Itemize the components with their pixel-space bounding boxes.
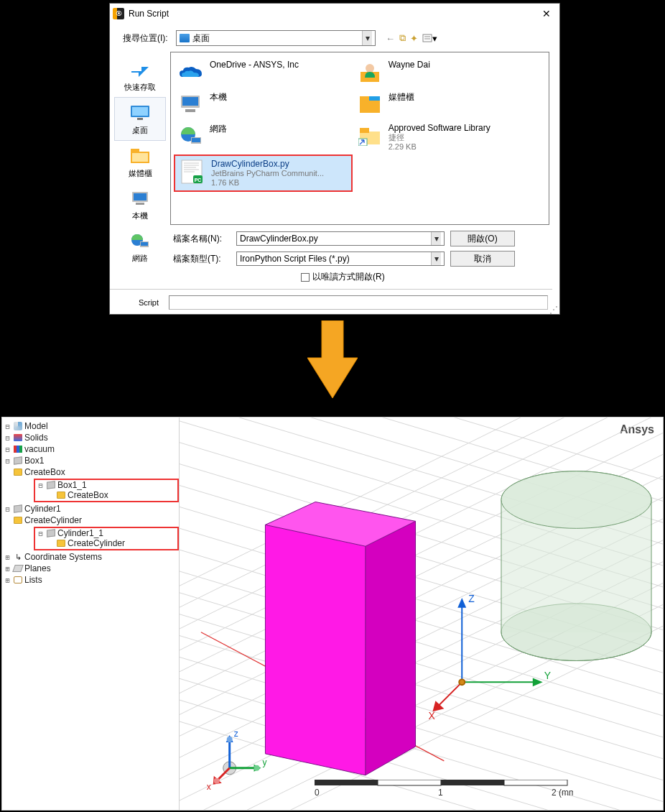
svg-rect-107 [504, 780, 567, 785]
item-onedrive[interactable]: OneDrive - ANSYS, Inc [174, 57, 353, 88]
desktop-icon [129, 104, 151, 121]
tree-planes[interactable]: Planes [24, 563, 51, 573]
tree-createbox[interactable]: CreateBox [24, 467, 65, 477]
titlebar[interactable]: ⦿ Run Script ✕ [110, 4, 559, 23]
triad-corner: z y x [207, 729, 267, 792]
tree-createcyl2[interactable]: CreateCylinder [68, 538, 125, 548]
lookin-label: 搜尋位置(I): [123, 32, 172, 45]
file-list[interactable]: OneDrive - ANSYS, Inc Wayne Dai 本機 媒體櫃 [170, 52, 549, 225]
new-folder-icon[interactable]: ✦ [410, 33, 418, 44]
svg-text:2 (mm): 2 (mm) [552, 788, 573, 798]
svg-point-90 [459, 679, 465, 685]
item-label: 網路 [210, 123, 227, 135]
svg-rect-0 [423, 34, 432, 42]
resize-grip[interactable]: ⋰ [549, 307, 558, 313]
place-label: 桌面 [115, 125, 165, 136]
svg-rect-28 [360, 128, 369, 133]
item-label: 本機 [210, 91, 227, 103]
tree-lists[interactable]: Lists [24, 575, 42, 585]
svg-rect-23 [369, 96, 380, 101]
svg-rect-19 [182, 97, 198, 106]
item-approved[interactable]: Approved Software Library 捷徑 2.29 KB [353, 120, 531, 154]
lookin-row: 搜尋位置(I): 桌面 ▾ ← ⧉ ✦ ▾ [110, 27, 552, 52]
svg-point-103 [214, 778, 220, 784]
thispc-icon [179, 94, 203, 114]
thispc-icon [130, 190, 150, 206]
tree-createcyl[interactable]: CreateCylinder [24, 515, 82, 525]
run-script-dialog: ⦿ Run Script ✕ 搜尋位置(I): 桌面 ▾ ← ⧉ ✦ ▾ [109, 3, 560, 315]
tree-vacuum[interactable]: vacuum [24, 444, 55, 454]
svg-rect-9 [132, 153, 148, 162]
user-folder-icon [359, 62, 381, 83]
filetype-combo[interactable]: IronPython Script Files (*.py) ▾ [236, 252, 445, 266]
svg-rect-12 [136, 203, 144, 205]
scale-bar: 0 1 2 (mm) [315, 780, 573, 801]
svg-rect-11 [134, 193, 147, 200]
item-network[interactable]: 網路 [174, 120, 353, 154]
item-size: 2.29 KB [389, 142, 490, 152]
tree-model[interactable]: Model [24, 421, 48, 431]
readonly-checkbox[interactable] [301, 273, 310, 282]
svg-text:1: 1 [438, 788, 443, 798]
svg-rect-106 [441, 780, 504, 785]
tree-createbox2[interactable]: CreateBox [68, 490, 108, 500]
network-icon [180, 126, 203, 146]
svg-marker-74 [366, 521, 416, 775]
svg-marker-73 [265, 525, 365, 775]
svg-point-99 [254, 765, 260, 771]
cancel-button[interactable]: 取消 [450, 251, 515, 267]
item-label: Approved Software Library [389, 123, 490, 133]
svg-point-95 [227, 737, 233, 742]
svg-point-17 [366, 64, 374, 73]
cloud-icon [178, 64, 204, 81]
svg-rect-21 [360, 100, 380, 113]
lookin-combo[interactable]: 桌面 ▾ [176, 30, 376, 46]
viewport-3d[interactable]: Ansys [179, 417, 663, 810]
tree-solids[interactable]: Solids [24, 433, 48, 443]
script-dropbox[interactable] [169, 295, 548, 310]
svg-text:0: 0 [315, 788, 320, 798]
svg-rect-5 [132, 107, 148, 116]
chevron-down-icon[interactable]: ▾ [431, 232, 441, 245]
place-quickaccess[interactable]: 快速存取 [114, 55, 166, 97]
chevron-down-icon[interactable]: ▾ [431, 252, 441, 265]
filename-combo[interactable]: DrawCylinderBox.py ▾ [236, 231, 445, 246]
readonly-label: 以唯讀方式開啟(R) [312, 271, 385, 283]
tree-cyl1[interactable]: Cylinder1 [24, 504, 61, 514]
svg-rect-104 [315, 780, 378, 785]
svg-rect-8 [131, 149, 139, 153]
place-label: 媒體櫃 [114, 168, 166, 179]
item-selected-script[interactable]: PC DrawCylinderBox.py JetBrains PyCharm … [174, 154, 353, 192]
item-label: DrawCylinderBox.py [211, 159, 324, 169]
tree-box1-1[interactable]: Box1_1 [57, 480, 87, 490]
place-libraries[interactable]: 媒體櫃 [114, 141, 166, 183]
filename-value: DrawCylinderBox.py [240, 234, 318, 244]
tree-cs[interactable]: Coordinate Systems [24, 552, 102, 562]
up-icon[interactable]: ⧉ [399, 32, 406, 44]
chevron-down-icon[interactable]: ▾ [362, 31, 372, 45]
green-cylinder [501, 471, 651, 661]
script-label: Script [110, 298, 169, 307]
open-button[interactable]: 開啟(O) [450, 231, 515, 246]
filetype-label: 檔案類型(T): [173, 253, 231, 265]
tree-box1[interactable]: Box1 [24, 456, 44, 466]
toolbar-nav: ← ⧉ ✦ ▾ [386, 32, 437, 44]
place-thispc[interactable]: 本機 [114, 183, 166, 226]
libraries-icon [358, 94, 381, 114]
readonly-row[interactable]: 以唯讀方式開啟(R) [173, 271, 552, 283]
item-media[interactable]: 媒體櫃 [353, 88, 531, 120]
view-menu[interactable]: ▾ [422, 33, 437, 44]
ansys-result: ⊟Model ⊟Solids ⊟vacuum ⊟Box1 CreateBox ⊟… [1, 417, 664, 811]
isometric-grid: Z Y X z y [180, 417, 663, 810]
item-thispc[interactable]: 本機 [174, 88, 353, 120]
place-desktop[interactable]: 桌面 [114, 97, 166, 141]
tree-cyl1-1[interactable]: Cylinder1_1 [57, 528, 103, 538]
filetype-value: IronPython Script Files (*.py) [240, 254, 350, 264]
model-tree[interactable]: ⊟Model ⊟Solids ⊟vacuum ⊟Box1 CreateBox ⊟… [2, 417, 179, 810]
item-wayne[interactable]: Wayne Dai [353, 57, 531, 88]
svg-rect-6 [137, 118, 143, 120]
close-button[interactable]: ✕ [536, 8, 557, 19]
quickaccess-icon [130, 61, 150, 78]
back-icon[interactable]: ← [386, 33, 395, 44]
places-bar: 快速存取 桌面 媒體櫃 本機 [110, 52, 170, 225]
